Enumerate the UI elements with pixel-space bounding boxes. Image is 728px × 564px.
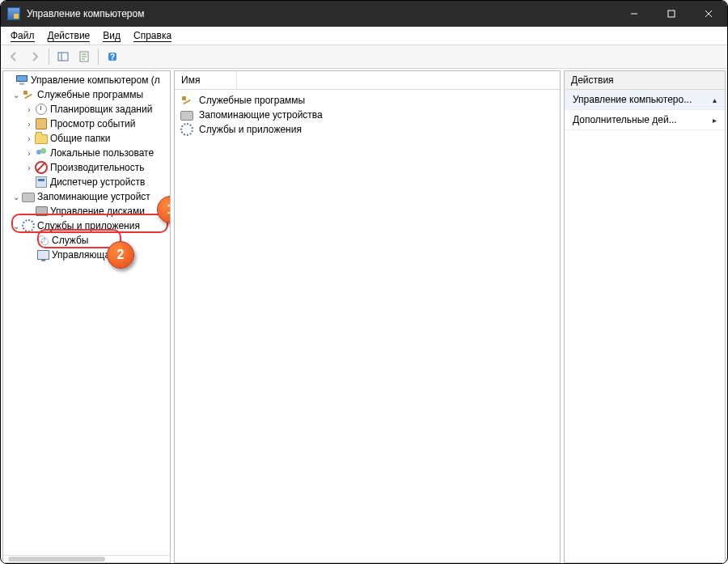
no-icon xyxy=(35,161,48,174)
list-item-label: Запоминающие устройства xyxy=(199,109,323,121)
users-icon xyxy=(35,146,48,159)
storage-icon xyxy=(22,190,35,203)
device-icon xyxy=(35,176,48,189)
app-icon xyxy=(7,7,20,20)
properties-button[interactable] xyxy=(74,47,94,66)
actions-header: Действия xyxy=(565,71,725,90)
back-button[interactable] xyxy=(4,47,23,66)
tree-device-manager[interactable]: Диспетчер устройств xyxy=(5,175,170,189)
tree-label: Управление дисками xyxy=(50,206,145,217)
help-button[interactable]: ? xyxy=(103,47,122,66)
svg-rect-0 xyxy=(668,11,675,17)
chevron-right-icon: ▸ xyxy=(713,116,717,125)
gear-icon xyxy=(180,123,193,136)
expand-icon[interactable]: › xyxy=(24,149,34,158)
tree-task-scheduler[interactable]: › Планировщик заданий xyxy=(5,102,170,117)
minimize-button[interactable] xyxy=(616,1,653,27)
expand-icon[interactable]: ⌄ xyxy=(11,193,21,201)
folder-icon xyxy=(35,132,48,145)
gear-icon xyxy=(22,219,35,232)
list-item-label: Службы и приложения xyxy=(199,124,302,135)
column-header-row: Имя xyxy=(175,71,560,90)
menu-help[interactable]: Справка xyxy=(127,28,178,43)
svg-text:?: ? xyxy=(110,53,115,61)
tree-shared-folders[interactable]: › Общие папки xyxy=(5,131,170,146)
list-item[interactable]: Службы и приложения xyxy=(180,122,555,137)
show-hide-tree-button[interactable] xyxy=(53,47,73,66)
tree-label: Планировщик заданий xyxy=(50,104,152,115)
tree-label: Служебные программы xyxy=(37,89,143,100)
tree-label: Просмотр событий xyxy=(50,118,135,129)
step-badge-2: 2 xyxy=(107,241,134,269)
list-item[interactable]: Запоминающие устройства xyxy=(180,108,555,122)
column-name[interactable]: Имя xyxy=(175,71,237,89)
computer-management-window: Управление компьютером Файл Действие Вид… xyxy=(0,0,728,564)
actions-more-label: Дополнительные дей... xyxy=(573,114,677,125)
menu-view[interactable]: Вид xyxy=(96,28,127,43)
actions-group-label: Управление компьютеро... xyxy=(573,94,692,105)
body: Управление компьютером (л ⌄ Служебные пр… xyxy=(1,69,727,564)
tree-performance[interactable]: › Производительность xyxy=(5,160,170,175)
tools-icon xyxy=(22,88,35,101)
tree-label: Производительность xyxy=(50,162,144,173)
tree-label: Общие папки xyxy=(50,133,110,144)
actions-group[interactable]: Управление компьютеро... ▴ xyxy=(565,90,725,110)
tree-label: Диспетчер устройств xyxy=(50,176,145,188)
menu-action[interactable]: Действие xyxy=(41,28,97,43)
tree-label: Локальные пользовате xyxy=(50,147,154,159)
window-buttons xyxy=(616,1,727,27)
toolbar-sep xyxy=(49,49,49,65)
expand-icon[interactable]: › xyxy=(24,105,34,114)
titlebar[interactable]: Управление компьютером xyxy=(1,1,727,27)
list-item-label: Служебные программы xyxy=(199,95,305,106)
tree-wmi-control[interactable]: Управляющая н xyxy=(5,248,170,262)
clock-icon xyxy=(35,103,48,116)
book-icon xyxy=(35,117,48,130)
tree-event-viewer[interactable]: › Просмотр событий xyxy=(5,117,170,131)
tree-services-apps[interactable]: ⌄ Службы и приложения xyxy=(5,218,170,233)
console-tree[interactable]: Управление компьютером (л ⌄ Служебные пр… xyxy=(3,71,170,555)
tree-label: Запоминающие устройст xyxy=(37,191,150,202)
tools-icon xyxy=(180,94,193,107)
toolbar-sep xyxy=(98,49,99,65)
scrollbar-thumb[interactable] xyxy=(8,557,105,562)
tree-services[interactable]: Службы xyxy=(5,233,170,248)
center-list[interactable]: Служебные программы Запоминающие устройс… xyxy=(175,90,560,140)
tree-root[interactable]: Управление компьютером (л xyxy=(5,73,170,87)
tree-system-tools[interactable]: ⌄ Служебные программы xyxy=(5,87,170,102)
screen-icon xyxy=(36,248,49,261)
tree-label: Управление компьютером (л xyxy=(31,74,160,86)
list-item[interactable]: Служебные программы xyxy=(180,93,555,108)
maximize-button[interactable] xyxy=(653,1,690,27)
svg-rect-1 xyxy=(58,53,68,61)
menu-file[interactable]: Файл xyxy=(4,28,41,43)
computer-icon xyxy=(15,74,28,87)
center-panel: Имя Служебные программы Запоминающие уст… xyxy=(174,70,561,563)
actions-more[interactable]: Дополнительные дей... ▸ xyxy=(565,110,725,130)
tree-storage[interactable]: ⌄ Запоминающие устройст xyxy=(5,189,170,204)
disk-icon xyxy=(35,205,48,218)
tree-disk-management[interactable]: Управление дисками xyxy=(5,204,170,218)
gears-icon xyxy=(36,234,49,247)
expand-icon[interactable]: › xyxy=(24,120,34,129)
expand-icon[interactable]: › xyxy=(24,163,34,172)
collapse-icon: ▴ xyxy=(713,95,717,104)
tree-hscrollbar[interactable] xyxy=(3,555,170,562)
tree-label: Службы xyxy=(52,235,88,246)
storage-icon xyxy=(180,108,193,121)
expand-icon[interactable]: ⌄ xyxy=(11,222,21,231)
toolbar: ? xyxy=(1,45,727,69)
tree-local-users[interactable]: › Локальные пользовате xyxy=(5,146,170,160)
window-title: Управление компьютером xyxy=(27,8,616,19)
expand-icon[interactable]: ⌄ xyxy=(11,91,21,100)
tree-label: Службы и приложения xyxy=(37,220,140,231)
menubar: Файл Действие Вид Справка xyxy=(1,27,727,45)
forward-button[interactable] xyxy=(25,47,44,66)
expand-icon[interactable]: › xyxy=(24,134,34,143)
close-button[interactable] xyxy=(690,1,727,27)
actions-panel: Действия Управление компьютеро... ▴ Допо… xyxy=(564,70,726,563)
tree-panel: Управление компьютером (л ⌄ Служебные пр… xyxy=(2,70,171,563)
